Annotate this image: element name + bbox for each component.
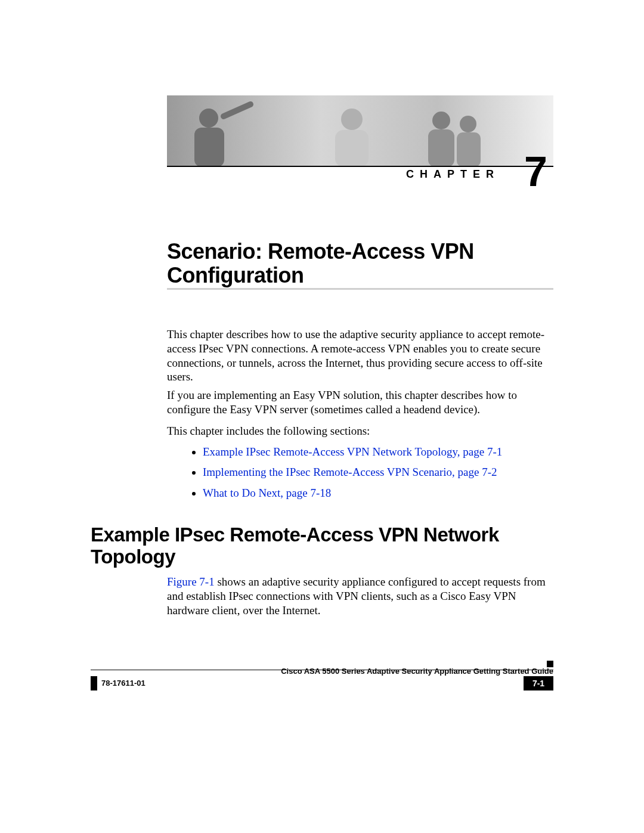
toc-link-next[interactable]: What to Do Next, page 7-18 <box>203 487 331 499</box>
svg-rect-11 <box>167 166 553 167</box>
svg-point-8 <box>460 116 476 132</box>
intro-paragraph-2: If you are implementing an Easy VPN solu… <box>167 388 553 417</box>
toc-link-topology[interactable]: Example IPsec Remote-Access VPN Network … <box>203 445 502 458</box>
toc-list: Example IPsec Remote-Access VPN Network … <box>179 443 577 504</box>
toc-link-implementing[interactable]: Implementing the IPsec Remote-Access VPN… <box>203 466 497 478</box>
svg-point-4 <box>341 109 363 130</box>
footer-tick-icon <box>91 676 97 690</box>
section-heading: Example IPsec Remote-Access VPN Network … <box>91 524 553 568</box>
section-intro-text: shows an adaptive security appliance con… <box>167 575 546 617</box>
svg-rect-7 <box>428 129 454 167</box>
footer-doc-number: 78-17611-01 <box>101 679 145 688</box>
list-item: Implementing the IPsec Remote-Access VPN… <box>203 463 577 481</box>
svg-rect-9 <box>457 132 481 167</box>
chapter-number: 7 <box>524 151 547 193</box>
chapter-banner: CHAPTER 7 <box>167 95 553 188</box>
footer-guide-title: Cisco ASA 5500 Series Adaptive Security … <box>91 667 553 676</box>
svg-point-1 <box>199 109 218 128</box>
figure-reference[interactable]: Figure 7-1 <box>167 575 215 588</box>
svg-rect-2 <box>194 128 224 167</box>
chapter-title: Scenario: Remote-Access VPN Configuratio… <box>167 240 553 287</box>
list-item: What to Do Next, page 7-18 <box>203 484 577 502</box>
svg-point-6 <box>432 112 450 129</box>
title-rule <box>167 288 553 290</box>
chapter-label: CHAPTER <box>406 168 500 181</box>
svg-rect-5 <box>335 130 369 167</box>
document-page: CHAPTER 7 Scenario: Remote-Access VPN Co… <box>0 0 644 833</box>
page-number: 7-1 <box>524 676 553 690</box>
intro-paragraph-3: This chapter includes the following sect… <box>167 424 553 438</box>
intro-paragraph-1: This chapter describes how to use the ad… <box>167 327 553 384</box>
section-intro-paragraph: Figure 7-1 shows an adaptive security ap… <box>167 575 553 617</box>
list-item: Example IPsec Remote-Access VPN Network … <box>203 443 577 461</box>
